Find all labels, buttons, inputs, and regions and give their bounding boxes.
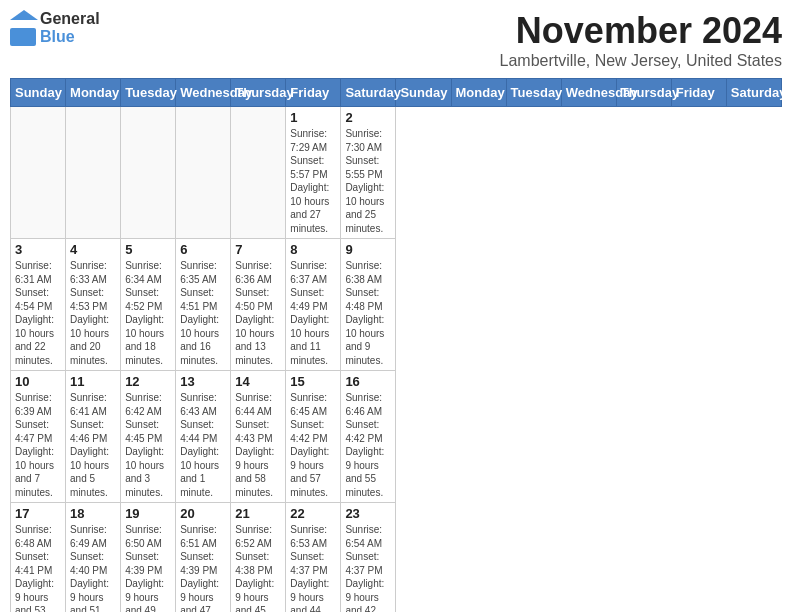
calendar-day-cell: 10Sunrise: 6:39 AM Sunset: 4:47 PM Dayli… [11,371,66,503]
logo-graphic [10,10,38,46]
day-info: Sunrise: 6:53 AM Sunset: 4:37 PM Dayligh… [290,523,336,612]
calendar-week-row: 1Sunrise: 7:29 AM Sunset: 5:57 PM Daylig… [11,107,782,239]
calendar-day-cell: 8Sunrise: 6:37 AM Sunset: 4:49 PM Daylig… [286,239,341,371]
calendar-day-cell: 16Sunrise: 6:46 AM Sunset: 4:42 PM Dayli… [341,371,396,503]
day-number: 9 [345,242,391,257]
calendar-day-cell: 4Sunrise: 6:33 AM Sunset: 4:53 PM Daylig… [66,239,121,371]
day-number: 21 [235,506,281,521]
title-section: November 2024 Lambertville, New Jersey, … [500,10,782,70]
day-header-thursday: Thursday [231,79,286,107]
calendar-day-cell: 20Sunrise: 6:51 AM Sunset: 4:39 PM Dayli… [176,503,231,613]
day-number: 11 [70,374,116,389]
calendar-day-cell: 23Sunrise: 6:54 AM Sunset: 4:37 PM Dayli… [341,503,396,613]
day-info: Sunrise: 6:45 AM Sunset: 4:42 PM Dayligh… [290,391,336,499]
day-info: Sunrise: 6:43 AM Sunset: 4:44 PM Dayligh… [180,391,226,499]
day-info: Sunrise: 6:51 AM Sunset: 4:39 PM Dayligh… [180,523,226,612]
day-header: Friday [671,79,726,107]
day-number: 5 [125,242,171,257]
day-header: Thursday [616,79,671,107]
day-number: 8 [290,242,336,257]
calendar-day-cell: 11Sunrise: 6:41 AM Sunset: 4:46 PM Dayli… [66,371,121,503]
day-info: Sunrise: 6:33 AM Sunset: 4:53 PM Dayligh… [70,259,116,367]
day-header-sunday: Sunday [11,79,66,107]
logo: General Blue [10,10,100,46]
day-info: Sunrise: 6:42 AM Sunset: 4:45 PM Dayligh… [125,391,171,499]
calendar-table: SundayMondayTuesdayWednesdayThursdayFrid… [10,78,782,612]
calendar-day-cell: 2Sunrise: 7:30 AM Sunset: 5:55 PM Daylig… [341,107,396,239]
calendar-day-cell: 5Sunrise: 6:34 AM Sunset: 4:52 PM Daylig… [121,239,176,371]
day-info: Sunrise: 6:48 AM Sunset: 4:41 PM Dayligh… [15,523,61,612]
svg-rect-1 [10,28,36,46]
calendar-day-cell: 7Sunrise: 6:36 AM Sunset: 4:50 PM Daylig… [231,239,286,371]
day-number: 18 [70,506,116,521]
day-number: 10 [15,374,61,389]
calendar-day-cell: 1Sunrise: 7:29 AM Sunset: 5:57 PM Daylig… [286,107,341,239]
day-info: Sunrise: 6:38 AM Sunset: 4:48 PM Dayligh… [345,259,391,367]
month-title: November 2024 [500,10,782,52]
day-info: Sunrise: 7:30 AM Sunset: 5:55 PM Dayligh… [345,127,391,235]
day-header: Tuesday [506,79,561,107]
day-info: Sunrise: 6:49 AM Sunset: 4:40 PM Dayligh… [70,523,116,612]
day-header: Saturday [726,79,781,107]
day-header-tuesday: Tuesday [121,79,176,107]
day-number: 20 [180,506,226,521]
day-number: 3 [15,242,61,257]
day-info: Sunrise: 6:36 AM Sunset: 4:50 PM Dayligh… [235,259,281,367]
day-number: 19 [125,506,171,521]
day-info: Sunrise: 6:34 AM Sunset: 4:52 PM Dayligh… [125,259,171,367]
day-number: 13 [180,374,226,389]
day-info: Sunrise: 6:44 AM Sunset: 4:43 PM Dayligh… [235,391,281,499]
calendar-header-row: SundayMondayTuesdayWednesdayThursdayFrid… [11,79,782,107]
calendar-day-cell [121,107,176,239]
calendar-day-cell: 17Sunrise: 6:48 AM Sunset: 4:41 PM Dayli… [11,503,66,613]
day-number: 7 [235,242,281,257]
day-number: 4 [70,242,116,257]
day-header-friday: Friday [286,79,341,107]
calendar-day-cell [176,107,231,239]
day-info: Sunrise: 6:54 AM Sunset: 4:37 PM Dayligh… [345,523,391,612]
day-number: 17 [15,506,61,521]
day-number: 14 [235,374,281,389]
day-number: 16 [345,374,391,389]
calendar-day-cell: 18Sunrise: 6:49 AM Sunset: 4:40 PM Dayli… [66,503,121,613]
calendar-day-cell: 6Sunrise: 6:35 AM Sunset: 4:51 PM Daylig… [176,239,231,371]
day-header: Sunday [396,79,451,107]
day-info: Sunrise: 6:37 AM Sunset: 4:49 PM Dayligh… [290,259,336,367]
calendar-day-cell [231,107,286,239]
calendar-day-cell: 22Sunrise: 6:53 AM Sunset: 4:37 PM Dayli… [286,503,341,613]
day-info: Sunrise: 6:41 AM Sunset: 4:46 PM Dayligh… [70,391,116,499]
day-header: Monday [451,79,506,107]
day-number: 2 [345,110,391,125]
logo-text-blue: Blue [40,28,100,46]
day-number: 1 [290,110,336,125]
calendar-week-row: 17Sunrise: 6:48 AM Sunset: 4:41 PM Dayli… [11,503,782,613]
calendar-day-cell: 12Sunrise: 6:42 AM Sunset: 4:45 PM Dayli… [121,371,176,503]
calendar-day-cell: 14Sunrise: 6:44 AM Sunset: 4:43 PM Dayli… [231,371,286,503]
calendar-day-cell [66,107,121,239]
day-info: Sunrise: 6:31 AM Sunset: 4:54 PM Dayligh… [15,259,61,367]
location: Lambertville, New Jersey, United States [500,52,782,70]
calendar-day-cell: 9Sunrise: 6:38 AM Sunset: 4:48 PM Daylig… [341,239,396,371]
logo-text-general: General [40,10,100,28]
day-number: 15 [290,374,336,389]
calendar-week-row: 10Sunrise: 6:39 AM Sunset: 4:47 PM Dayli… [11,371,782,503]
day-info: Sunrise: 7:29 AM Sunset: 5:57 PM Dayligh… [290,127,336,235]
day-info: Sunrise: 6:39 AM Sunset: 4:47 PM Dayligh… [15,391,61,499]
day-number: 22 [290,506,336,521]
day-number: 6 [180,242,226,257]
day-header-wednesday: Wednesday [176,79,231,107]
calendar-day-cell: 19Sunrise: 6:50 AM Sunset: 4:39 PM Dayli… [121,503,176,613]
day-info: Sunrise: 6:50 AM Sunset: 4:39 PM Dayligh… [125,523,171,612]
calendar-day-cell: 15Sunrise: 6:45 AM Sunset: 4:42 PM Dayli… [286,371,341,503]
day-info: Sunrise: 6:35 AM Sunset: 4:51 PM Dayligh… [180,259,226,367]
calendar-day-cell: 21Sunrise: 6:52 AM Sunset: 4:38 PM Dayli… [231,503,286,613]
calendar-day-cell [11,107,66,239]
logo-container: General Blue [10,10,100,46]
day-info: Sunrise: 6:46 AM Sunset: 4:42 PM Dayligh… [345,391,391,499]
day-number: 23 [345,506,391,521]
page-header: General Blue November 2024 Lambertville,… [10,10,782,70]
calendar-day-cell: 3Sunrise: 6:31 AM Sunset: 4:54 PM Daylig… [11,239,66,371]
calendar-day-cell: 13Sunrise: 6:43 AM Sunset: 4:44 PM Dayli… [176,371,231,503]
day-header-saturday: Saturday [341,79,396,107]
day-header: Wednesday [561,79,616,107]
